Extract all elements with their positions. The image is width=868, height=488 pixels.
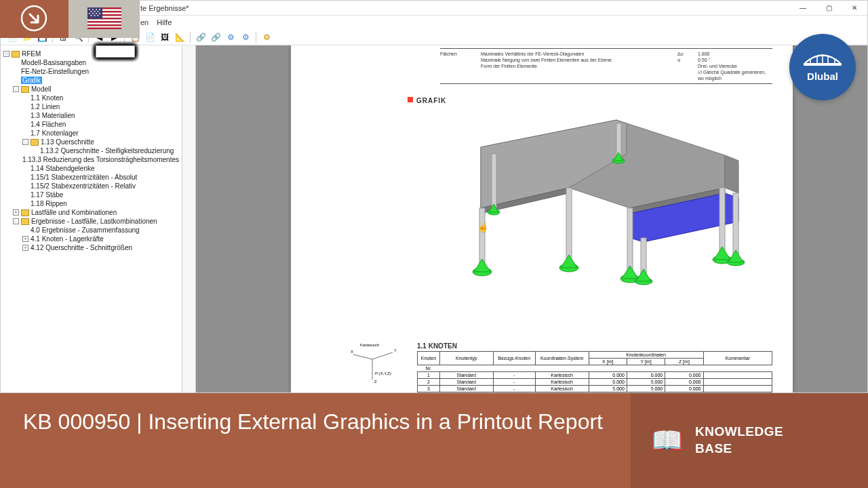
- tree-item[interactable]: 1.15/1 Stabexzentrizitäten - Absolut: [1, 173, 182, 182]
- grafik-marker: [408, 97, 413, 102]
- tree-item[interactable]: 1.7 Knotenlager: [1, 129, 182, 138]
- svg-rect-7: [566, 188, 572, 262]
- bridge-icon: [804, 53, 842, 68]
- svg-marker-21: [636, 269, 651, 281]
- tree-item[interactable]: Grafik: [1, 76, 182, 85]
- tree-item[interactable]: 1.18 Rippen: [1, 199, 182, 208]
- tree-item[interactable]: FE-Netz-Einstellungen: [1, 67, 182, 76]
- brand-name: Dlubal: [807, 70, 838, 82]
- tree-item[interactable]: 1.15/2 Stabexzentrizitäten - Relativ: [1, 182, 182, 190]
- menu-item[interactable]: Hilfe: [157, 18, 172, 26]
- svg-point-60: [94, 15, 95, 16]
- knoten-table: Knoten Knotentyp Bezugs-Knoten Koordinat…: [417, 351, 772, 392]
- tree-item[interactable]: +4.12 Querschnitte - Schnittgrößen: [1, 243, 182, 252]
- tree-item[interactable]: 1.1 Knoten: [1, 94, 182, 102]
- svg-rect-44: [87, 21, 121, 23]
- window-title: te Ergebnisse*: [140, 4, 790, 12]
- model-3d-graphic: [427, 106, 752, 296]
- svg-text:X: X: [351, 350, 353, 354]
- svg-point-61: [97, 15, 98, 16]
- svg-marker-17: [561, 255, 577, 268]
- svg-point-49: [92, 9, 94, 10]
- main-area: − RFEM Modell-BasisangabenFE-Netz-Einste…: [1, 45, 867, 392]
- table-row: 2Standard-Kartesisch0.0005.0000.000: [418, 379, 772, 386]
- toolbar-button[interactable]: 📐: [174, 31, 186, 43]
- toolbar-button[interactable]: 📄: [144, 31, 156, 43]
- tree-root[interactable]: − RFEM: [1, 49, 182, 58]
- svg-marker-2: [725, 155, 738, 193]
- knoten-section: 1.1 KNOTEN Knoten Knotentyp Bezugs-Knote…: [417, 342, 772, 392]
- svg-point-52: [90, 11, 92, 12]
- tree-item[interactable]: 1.2 Linien: [1, 102, 182, 111]
- tree-item[interactable]: +Lastfälle und Kombinationen: [1, 208, 182, 217]
- toolbar-button[interactable]: ⚙: [224, 31, 237, 43]
- app-window: te Ergebnisse* — ▢ ✕ en Hilfe 📄 📁 💾 🖨 🔍 …: [0, 0, 868, 393]
- svg-rect-9: [616, 123, 621, 157]
- coord-axes-icon: X Y Z Kartesisch P:(X,Y,Z): [345, 342, 406, 390]
- banner: KB 000950 | Inserting External Graphics …: [0, 393, 868, 488]
- side-tab[interactable]: [182, 45, 196, 392]
- table-row: 3Standard-Kartesisch5.0005.0000.000: [418, 386, 772, 392]
- svg-marker-25: [728, 250, 743, 262]
- report-viewport[interactable]: FlächenMaximales Verhältnis der FE-Viere…: [196, 45, 867, 392]
- cursor-hand-icon: ☝: [477, 222, 489, 232]
- svg-rect-10: [627, 208, 633, 273]
- toolbar-button[interactable]: 🔗: [210, 31, 222, 43]
- toolbar-button[interactable]: 🖼: [159, 31, 171, 43]
- tree-item[interactable]: Modell-Basisangaben: [1, 58, 182, 67]
- svg-point-55: [89, 13, 90, 14]
- banner-left: KB 000950 | Inserting External Graphics …: [0, 393, 631, 488]
- svg-rect-62: [804, 63, 842, 66]
- svg-rect-12: [733, 193, 738, 257]
- banner-category: KNOWLEDGEBASE: [695, 424, 783, 457]
- spec-block: FlächenMaximales Verhältnis der FE-Viere…: [440, 48, 772, 84]
- toolbar-button[interactable]: ⚙: [260, 31, 273, 43]
- tree-item[interactable]: -1.13 Querschnitte: [1, 138, 182, 146]
- banner-title: KB 000950 | Inserting External Graphics …: [23, 408, 608, 435]
- svg-marker-15: [474, 259, 490, 272]
- toolbar-button[interactable]: 🔗: [195, 31, 207, 43]
- tree-item[interactable]: +4.1 Knoten - Lagerkräfte: [1, 235, 182, 243]
- svg-line-31: [353, 354, 372, 359]
- svg-point-54: [97, 11, 98, 12]
- svg-text:Kartesisch: Kartesisch: [360, 343, 379, 347]
- svg-point-53: [94, 11, 95, 12]
- svg-rect-45: [87, 24, 121, 26]
- maximize-button[interactable]: ▢: [816, 1, 842, 16]
- tree-item[interactable]: -Ergebnisse - Lastfälle, Lastkombination…: [1, 217, 182, 226]
- svg-point-58: [99, 13, 100, 14]
- table-row: 4Standard-Kartesisch5.0000.0000.000: [418, 392, 772, 393]
- banner-right: 📖 KNOWLEDGEBASE: [631, 393, 868, 488]
- svg-point-56: [92, 13, 94, 14]
- tree-item[interactable]: -Modell: [1, 85, 182, 94]
- tree-item[interactable]: 1.13.3 Reduzierung des Torsionsträgheits…: [1, 155, 182, 164]
- menu-item[interactable]: en: [140, 18, 149, 26]
- report-page: FlächenMaximales Verhältnis der FE-Viere…: [291, 45, 793, 392]
- svg-text:Y: Y: [394, 348, 397, 352]
- toolbar-button[interactable]: ⚙: [239, 31, 252, 43]
- svg-marker-19: [622, 266, 638, 279]
- tree-item[interactable]: 1.14 Stabendgelenke: [1, 164, 182, 173]
- tree-item[interactable]: 1.17 Stäbe: [1, 190, 182, 199]
- table-row: 1Standard-Kartesisch0.0000.0000.000: [418, 372, 772, 379]
- svg-point-51: [99, 9, 100, 10]
- svg-marker-23: [714, 247, 730, 260]
- dlubal-logo: Dlubal: [789, 34, 856, 100]
- navigator-tree[interactable]: − RFEM Modell-BasisangabenFE-Netz-Einste…: [1, 45, 182, 392]
- tree-item[interactable]: 4.0 Ergebnisse - Zusammenfassung: [1, 226, 182, 235]
- svg-rect-11: [719, 188, 725, 254]
- close-button[interactable]: ✕: [842, 1, 867, 16]
- tree-item[interactable]: 1.13.2 Querschnitte - Steifigkeitsreduzi…: [1, 146, 182, 155]
- tree-item[interactable]: 1.3 Materialien: [1, 111, 182, 120]
- svg-line-30: [372, 352, 393, 359]
- grafik-label: GRAFIK: [416, 97, 446, 104]
- knoten-title: 1.1 KNOTEN: [417, 342, 772, 350]
- svg-point-50: [96, 9, 97, 10]
- svg-text:P:(X,Y,Z): P:(X,Y,Z): [375, 371, 391, 375]
- minimize-button[interactable]: —: [790, 1, 816, 16]
- svg-rect-6: [479, 208, 485, 266]
- tree-item[interactable]: 1.4 Flächen: [1, 120, 182, 129]
- svg-rect-8: [492, 154, 496, 208]
- book-icon: 📖: [651, 426, 683, 455]
- svg-point-57: [96, 13, 97, 14]
